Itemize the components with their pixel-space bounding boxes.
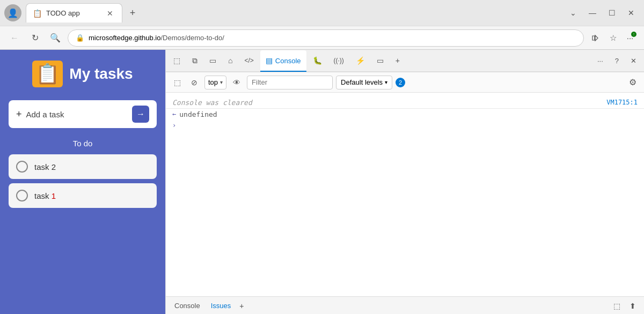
console-icon: ▤ [266,56,273,65]
url-domain: microsoftedge.github.io [89,34,160,42]
context-select-value: top [208,78,218,86]
read-aloud-icon[interactable] [588,31,603,46]
devtools-help-button[interactable]: ? [610,53,624,69]
layout-icon: ▭ [209,56,216,65]
log-levels-select[interactable]: Default levels ▾ [336,76,392,89]
console-toolbar: ⬚ ⊘ top ▾ 👁 Default levels ▾ 2 ⚙ [166,72,644,93]
title-bar-left: 👤 📋 TODO app ✕ + [4,3,141,23]
devtools-tab-layout[interactable]: ▭ [204,50,222,71]
search-button[interactable]: 🔍 [47,30,63,46]
context-select[interactable]: top ▾ [204,76,226,89]
filter-input[interactable] [247,76,333,89]
devtools-tab-network[interactable]: ((·)) [328,50,349,71]
elements-icon: ⧉ [192,56,197,65]
window-avatar: 👤 [4,4,21,21]
dock-button[interactable]: ⬚ [170,76,184,89]
devtools-panel: ⬚ ⧉ ▭ ⌂ </> ▤ Console 🐛 ((·)) [165,50,644,314]
dock-bottom-icon[interactable]: ⬚ [610,299,624,313]
devtools-tab-add[interactable]: + [390,50,405,71]
tab-title: TODO app [46,9,100,17]
minimize-button[interactable]: — [584,8,601,18]
devtools-tab-app[interactable]: ▭ [371,50,389,71]
task-item[interactable]: task 2 [9,154,157,179]
task-name: task 2 [34,162,56,171]
more-options-icon[interactable]: ··· ↑ [623,31,638,46]
update-badge: ↑ [631,32,636,37]
main-content: 📋 My tasks + Add a task → To do task 2 t… [0,50,644,314]
devtools-tab-debug[interactable]: 🐛 [308,50,327,71]
source-icon: </> [244,57,253,64]
plus-icon: + [16,109,22,120]
task-name-highlight: 1 [52,191,56,200]
devtools-more-button[interactable]: ··· [592,53,609,69]
console-tab-label: Console [275,57,301,65]
console-return-value: undefined [179,110,217,118]
chevron-down-icon: ▾ [385,79,387,85]
devtools-tab-performance[interactable]: ⚡ [350,50,370,71]
new-tab-button[interactable]: + [125,5,141,21]
task-name: task 1 [34,191,56,200]
devtools-bottom-bar: Console Issues + ⬚ ⬆ [166,296,644,314]
todo-app: 📋 My tasks + Add a task → To do task 2 t… [0,50,165,314]
console-source-link[interactable]: VM1715:1 [606,99,638,106]
devtools-tab-console[interactable]: ▤ Console [260,50,306,72]
console-output: Console was cleared VM1715:1 ← undefined… [166,93,644,296]
console-line-return: ← undefined [166,108,644,120]
browser-chrome: 👤 📋 TODO app ✕ + ⌄ — ☐ ✕ ← ↻ 🔍 🔒 [0,0,644,50]
add-bottom-tab-button[interactable]: + [237,300,246,312]
todo-header: 📋 My tasks [32,61,133,87]
screencast-icon: ⬚ [173,56,180,65]
task-item[interactable]: task 1 [9,183,157,208]
add-task-button[interactable]: → [132,106,149,123]
return-arrow-icon: ← [172,110,176,118]
window-controls: ⌄ — ☐ ✕ [565,8,640,18]
browser-tab-active[interactable]: 📋 TODO app ✕ [26,3,122,23]
devtools-tab-right: ··· ? ✕ [592,53,642,69]
devtools-tab-home[interactable]: ⌂ [223,50,238,71]
url-input[interactable]: 🔒 microsoftedge.github.io/Demos/demo-to-… [68,29,584,47]
chevron-down-icon: ▾ [220,79,223,85]
settings-gear-icon[interactable]: ⚙ [626,76,640,89]
url-path: /Demos/demo-to-do/ [160,34,224,42]
devtools-tab-screencast[interactable]: ⬚ [168,50,186,71]
app-icon: ▭ [377,56,384,65]
add-task-row: + Add a task → [9,100,157,128]
network-icon: ((·)) [334,57,344,64]
refresh-button[interactable]: ↻ [27,30,43,46]
address-bar-actions: ☆ ··· ↑ [588,31,638,46]
devtools-close-button[interactable]: ✕ [625,53,642,69]
message-count-badge: 2 [396,78,405,87]
tab-close-button[interactable]: ✕ [105,8,115,19]
console-line-expand: › [166,120,644,131]
favorites-icon[interactable]: ☆ [605,31,620,46]
devtools-tab-elements[interactable]: ⧉ [187,50,203,71]
upload-icon[interactable]: ⬆ [626,299,640,313]
url-text: microsoftedge.github.io/Demos/demo-to-do… [89,34,576,42]
title-bar: 👤 📋 TODO app ✕ + ⌄ — ☐ ✕ [0,0,644,26]
chevron-down-icon[interactable]: ⌄ [565,8,582,18]
devtools-tabs: ⬚ ⧉ ▭ ⌂ </> ▤ Console 🐛 ((·)) [166,50,644,72]
add-tab-icon: + [396,56,400,65]
clear-console-button[interactable]: ⊘ [187,76,201,89]
back-button[interactable]: ← [6,30,23,46]
log-levels-label: Default levels [341,78,383,86]
expand-icon[interactable]: › [172,122,176,129]
performance-icon: ⚡ [356,56,365,65]
close-window-button[interactable]: ✕ [623,8,640,18]
console-cleared-text: Console was cleared [172,99,252,107]
bottom-tab-console[interactable]: Console [170,300,204,312]
clipboard-icon: 📋 [32,61,63,87]
todo-title: My tasks [69,65,133,83]
todo-section-label: To do [9,139,157,148]
home-icon: ⌂ [228,56,232,65]
eye-icon[interactable]: 👁 [230,76,244,89]
add-task-label: Add a task [26,110,64,119]
maximize-button[interactable]: ☐ [603,8,620,18]
task-checkbox[interactable] [16,161,28,173]
lock-icon: 🔒 [76,34,84,42]
task-checkbox[interactable] [16,190,28,201]
tab-bar: 📋 TODO app ✕ + [26,3,141,23]
bottom-tab-issues[interactable]: Issues [207,300,236,312]
console-line-cleared: Console was cleared VM1715:1 [166,97,644,108]
devtools-tab-source[interactable]: </> [239,50,259,71]
